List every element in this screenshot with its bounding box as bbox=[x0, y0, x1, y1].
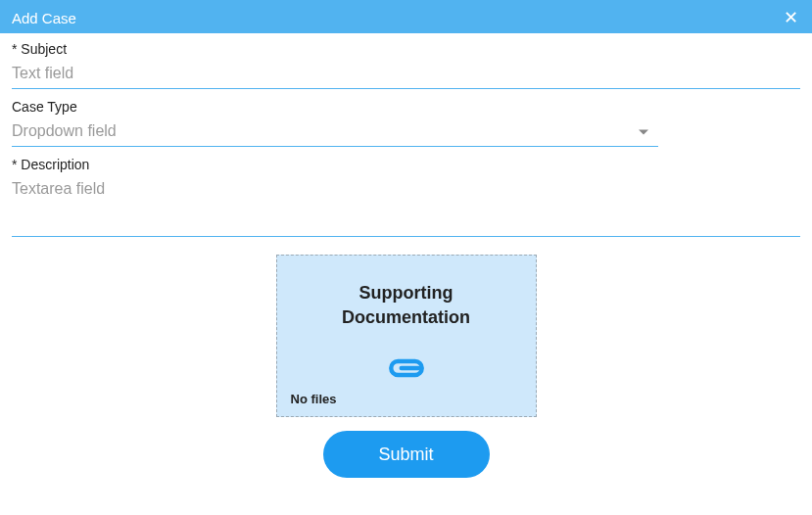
chevron-down-icon bbox=[639, 130, 648, 135]
upload-dropzone[interactable]: Supporting Documentation No files bbox=[276, 255, 537, 417]
subject-label: * Subject bbox=[12, 41, 800, 57]
case-type-placeholder: Dropdown field bbox=[12, 122, 117, 139]
form-body: * Subject Case Type Dropdown field * Des… bbox=[0, 33, 812, 478]
dialog-header: Add Case ✕ bbox=[0, 2, 812, 33]
description-field: * Description bbox=[12, 157, 800, 241]
case-type-field: Case Type Dropdown field bbox=[12, 99, 800, 147]
upload-title-line1: Supporting bbox=[359, 283, 454, 303]
attachment-icon bbox=[386, 353, 427, 387]
subject-input[interactable] bbox=[12, 61, 800, 89]
close-icon[interactable]: ✕ bbox=[780, 7, 802, 28]
dialog-title: Add Case bbox=[12, 10, 76, 26]
case-type-label: Case Type bbox=[12, 99, 800, 115]
description-label: * Description bbox=[12, 157, 800, 172]
upload-title: Supporting Documentation bbox=[277, 281, 536, 330]
submit-button[interactable]: Submit bbox=[323, 431, 490, 478]
upload-title-line2: Documentation bbox=[342, 307, 470, 327]
description-input[interactable] bbox=[12, 176, 800, 237]
subject-field: * Subject bbox=[12, 41, 800, 89]
case-type-dropdown[interactable]: Dropdown field bbox=[12, 118, 658, 147]
submit-row: Submit bbox=[12, 431, 800, 478]
upload-nofiles-text: No files bbox=[291, 392, 337, 406]
